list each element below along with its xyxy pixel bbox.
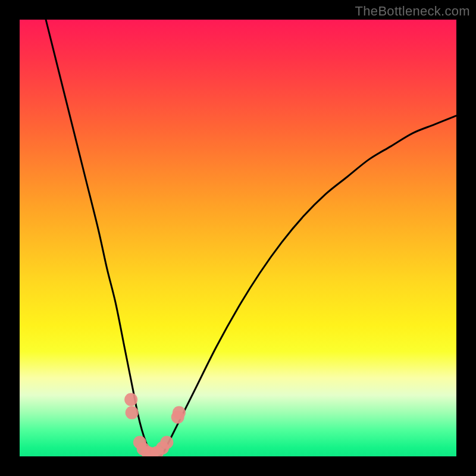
curve-layer [20,20,456,456]
curve-marker [124,393,137,406]
bottleneck-curve [46,20,456,456]
curve-marker [160,436,173,449]
chart-frame: TheBottleneck.com [0,0,476,476]
watermark-text: TheBottleneck.com [355,4,470,19]
curve-marker [126,406,139,419]
plot-area [20,20,456,456]
curve-marker [173,406,186,419]
